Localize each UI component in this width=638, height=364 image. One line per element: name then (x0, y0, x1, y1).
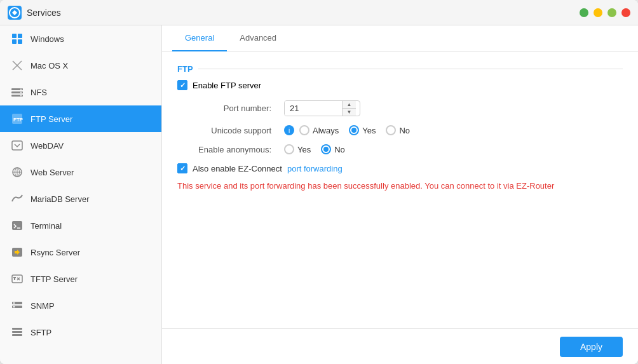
section-title: FTP (177, 64, 193, 74)
sidebar-label-nfs: NFS (31, 88, 47, 97)
sidebar-item-windows[interactable]: Windows (0, 25, 161, 52)
unicode-no-radio[interactable] (386, 125, 396, 135)
svg-rect-32 (12, 331, 22, 333)
svg-point-31 (13, 306, 15, 307)
sftp-icon (10, 325, 24, 339)
terminal-icon (10, 219, 24, 233)
port-row: Port number: ▲ ▼ (177, 100, 623, 116)
traffic-light-yellow[interactable] (594, 8, 602, 17)
sidebar-item-webserver[interactable]: Web Server (0, 159, 161, 185)
rsync-icon (10, 245, 24, 259)
mac-icon (10, 58, 24, 72)
tab-bar: General Advanced (162, 25, 638, 51)
unicode-yes-option[interactable]: Yes (349, 125, 376, 135)
svg-rect-1 (12, 34, 17, 38)
success-message: This service and its port forwarding has… (177, 181, 554, 191)
apply-button[interactable]: Apply (560, 337, 623, 357)
app-window: Services Windows (0, 0, 638, 364)
anonymous-yes-label: Yes (297, 145, 311, 154)
sidebar-item-rsync[interactable]: Rsync Server (0, 239, 161, 266)
sidebar-item-sftp[interactable]: SFTP (0, 319, 161, 346)
unicode-always-option[interactable]: Always (299, 125, 339, 135)
port-increment-btn[interactable]: ▲ (343, 101, 356, 109)
sidebar-label-terminal: Terminal (31, 221, 62, 231)
anonymous-no-radio[interactable] (321, 144, 331, 154)
sidebar-label-tftp: TFTP Server (31, 274, 78, 284)
svg-rect-3 (12, 39, 17, 44)
ftp-icon: FTP (10, 112, 24, 126)
port-spinners: ▲ ▼ (342, 101, 356, 116)
sidebar-label-sftp: SFTP (31, 328, 51, 337)
titlebar: Services (0, 0, 638, 25)
anonymous-no-label: No (334, 145, 345, 154)
tab-advanced[interactable]: Advanced (227, 25, 289, 51)
unicode-label: Unicode support (177, 126, 279, 135)
sidebar-label-ftp: FTP Server (31, 114, 72, 124)
svg-point-11 (20, 92, 22, 93)
unicode-yes-label: Yes (362, 126, 376, 135)
app-icon (8, 6, 22, 20)
traffic-light-red[interactable] (621, 8, 630, 17)
traffic-light-green[interactable] (580, 8, 588, 17)
tftp-icon (10, 272, 24, 286)
svg-rect-2 (18, 34, 22, 38)
sidebar-item-ftp[interactable]: FTP FTP Server (0, 105, 161, 132)
sidebar-item-mariadb[interactable]: MariaDB Server (0, 185, 161, 212)
bottom-bar: Apply (162, 328, 638, 364)
sidebar-item-snmp[interactable]: SNMP (0, 292, 161, 319)
ezconnect-checkbox[interactable] (177, 163, 187, 173)
svg-rect-34 (12, 328, 22, 330)
svg-point-10 (20, 89, 22, 90)
svg-rect-33 (12, 334, 22, 336)
main-content: Windows Mac OS X (0, 25, 638, 364)
svg-rect-23 (12, 275, 22, 283)
unicode-row: Unicode support i Always Yes (177, 125, 623, 135)
snmp-icon (10, 299, 24, 313)
anonymous-yes-option[interactable]: Yes (284, 144, 311, 154)
unicode-yes-radio[interactable] (349, 125, 359, 135)
port-input[interactable] (285, 101, 342, 116)
svg-rect-4 (18, 39, 22, 44)
anonymous-label: Enable anonymous: (177, 145, 279, 154)
ezconnect-row: Also enable EZ-Connect port forwarding (177, 163, 623, 173)
mariadb-icon (10, 192, 24, 206)
enable-ftp-checkbox[interactable] (177, 80, 187, 90)
sidebar-label-windows: Windows (31, 34, 64, 44)
anonymous-no-option[interactable]: No (321, 144, 345, 154)
sidebar-label-webdav: WebDAV (31, 141, 64, 151)
anonymous-radio-group: Yes No (284, 144, 345, 154)
settings-panel: FTP Enable FTP server Port number: ▲ (162, 51, 638, 328)
anonymous-row: Enable anonymous: Yes No (177, 144, 623, 154)
unicode-no-option[interactable]: No (386, 125, 410, 135)
content-area: General Advanced FTP Enable FTP server P… (162, 25, 638, 364)
unicode-always-radio[interactable] (299, 125, 309, 135)
tab-general[interactable]: General (172, 25, 227, 51)
sidebar-label-macosx: Mac OS X (31, 61, 68, 71)
enable-ftp-row: Enable FTP server (177, 80, 623, 90)
traffic-light-olive[interactable] (607, 8, 616, 17)
svg-point-12 (20, 95, 22, 97)
windows-icon (10, 32, 24, 46)
sidebar-label-snmp: SNMP (31, 301, 55, 311)
port-decrement-btn[interactable]: ▼ (343, 109, 356, 116)
sidebar-item-tftp[interactable]: TFTP Server (0, 266, 161, 292)
anonymous-yes-radio[interactable] (284, 144, 294, 154)
sidebar-item-webdav[interactable]: WebDAV (0, 132, 161, 159)
sidebar-item-nfs[interactable]: NFS (0, 79, 161, 105)
traffic-lights (580, 8, 630, 17)
svg-text:FTP: FTP (13, 117, 24, 123)
window-title: Services (27, 8, 580, 18)
unicode-no-label: No (399, 126, 410, 135)
port-label: Port number: (177, 104, 279, 113)
sidebar: Windows Mac OS X (0, 25, 162, 364)
unicode-radio-group: Always Yes No (299, 125, 410, 135)
enable-ftp-label: Enable FTP server (193, 81, 261, 90)
sidebar-item-terminal[interactable]: Terminal (0, 212, 161, 239)
success-message-wrap: This service and its port forwarding has… (177, 180, 623, 192)
unicode-info-icon[interactable]: i (284, 125, 294, 135)
ezconnect-link[interactable]: port forwarding (287, 164, 343, 173)
sidebar-label-webserver: Web Server (31, 168, 74, 177)
sidebar-item-macosx[interactable]: Mac OS X (0, 52, 161, 79)
port-input-wrap: ▲ ▼ (284, 100, 360, 116)
sidebar-label-rsync: Rsync Server (31, 248, 80, 257)
